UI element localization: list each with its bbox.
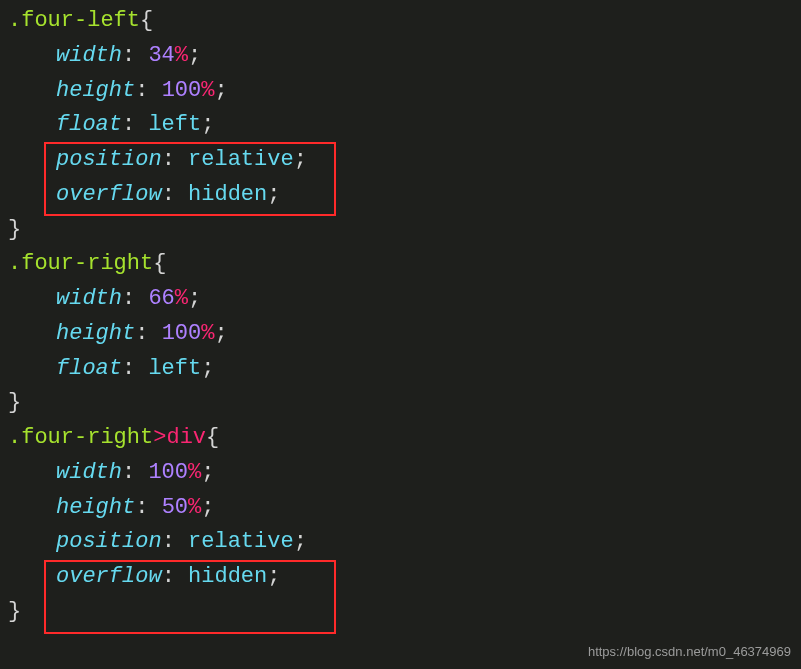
selector-class: .four-right	[8, 425, 153, 450]
declaration-line: height: 100%;	[8, 74, 801, 109]
semicolon: ;	[201, 495, 214, 520]
css-property: width	[56, 460, 122, 485]
semicolon: ;	[267, 564, 280, 589]
semicolon: ;	[188, 286, 201, 311]
semicolon: ;	[214, 78, 227, 103]
selector-line: .four-left{	[8, 4, 801, 39]
brace-close: }	[8, 217, 21, 242]
css-value: 100	[162, 321, 202, 346]
css-property: height	[56, 495, 135, 520]
semicolon: ;	[201, 112, 214, 137]
css-property: float	[56, 356, 122, 381]
colon: :	[122, 286, 135, 311]
semicolon: ;	[267, 182, 280, 207]
css-property: width	[56, 286, 122, 311]
css-property: height	[56, 78, 135, 103]
semicolon: ;	[294, 529, 307, 554]
semicolon: ;	[214, 321, 227, 346]
css-unit: %	[188, 460, 201, 485]
css-value: 100	[148, 460, 188, 485]
brace-open: {	[140, 8, 153, 33]
css-property: float	[56, 112, 122, 137]
css-value: relative	[188, 529, 294, 554]
brace-close-line: }	[8, 595, 801, 630]
selector-tag: div	[166, 425, 206, 450]
colon: :	[162, 182, 175, 207]
declaration-line: width: 34%;	[8, 39, 801, 74]
declaration-line: width: 66%;	[8, 282, 801, 317]
declaration-line: width: 100%;	[8, 456, 801, 491]
css-property: height	[56, 321, 135, 346]
declaration-line: position: relative;	[8, 525, 801, 560]
brace-close: }	[8, 599, 21, 624]
css-property: overflow	[56, 182, 162, 207]
colon: :	[122, 112, 135, 137]
css-unit: %	[188, 495, 201, 520]
brace-open: {	[153, 251, 166, 276]
declaration-line: overflow: hidden;	[8, 560, 801, 595]
css-property: overflow	[56, 564, 162, 589]
css-unit: %	[201, 321, 214, 346]
selector-line: .four-right>div{	[8, 421, 801, 456]
css-unit: %	[201, 78, 214, 103]
colon: :	[162, 564, 175, 589]
declaration-line: float: left;	[8, 352, 801, 387]
css-property: position	[56, 529, 162, 554]
declaration-line: height: 50%;	[8, 491, 801, 526]
code-area: .four-left{ width: 34%; height: 100%; fl…	[0, 0, 801, 630]
declaration-line: height: 100%;	[8, 317, 801, 352]
semicolon: ;	[201, 356, 214, 381]
css-value: left	[148, 356, 201, 381]
colon: :	[122, 356, 135, 381]
css-value: hidden	[188, 564, 267, 589]
declaration-line: position: relative;	[8, 143, 801, 178]
css-value: 66	[148, 286, 174, 311]
css-value: left	[148, 112, 201, 137]
css-value: hidden	[188, 182, 267, 207]
css-unit: %	[175, 286, 188, 311]
css-value: 50	[162, 495, 188, 520]
watermark-text: https://blog.csdn.net/m0_46374969	[588, 642, 791, 663]
css-value: 34	[148, 43, 174, 68]
colon: :	[135, 321, 148, 346]
semicolon: ;	[294, 147, 307, 172]
semicolon: ;	[188, 43, 201, 68]
css-unit: %	[175, 43, 188, 68]
css-value: 100	[162, 78, 202, 103]
selector-class: .four-left	[8, 8, 140, 33]
css-property: position	[56, 147, 162, 172]
selector-line: .four-right{	[8, 247, 801, 282]
css-property: width	[56, 43, 122, 68]
colon: :	[122, 460, 135, 485]
brace-close: }	[8, 390, 21, 415]
selector-combinator: >	[153, 425, 166, 450]
colon: :	[135, 78, 148, 103]
declaration-line: overflow: hidden;	[8, 178, 801, 213]
brace-close-line: }	[8, 213, 801, 248]
brace-close-line: }	[8, 386, 801, 421]
colon: :	[162, 529, 175, 554]
colon: :	[135, 495, 148, 520]
colon: :	[162, 147, 175, 172]
selector-class: .four-right	[8, 251, 153, 276]
colon: :	[122, 43, 135, 68]
brace-open: {	[206, 425, 219, 450]
css-value: relative	[188, 147, 294, 172]
semicolon: ;	[201, 460, 214, 485]
declaration-line: float: left;	[8, 108, 801, 143]
